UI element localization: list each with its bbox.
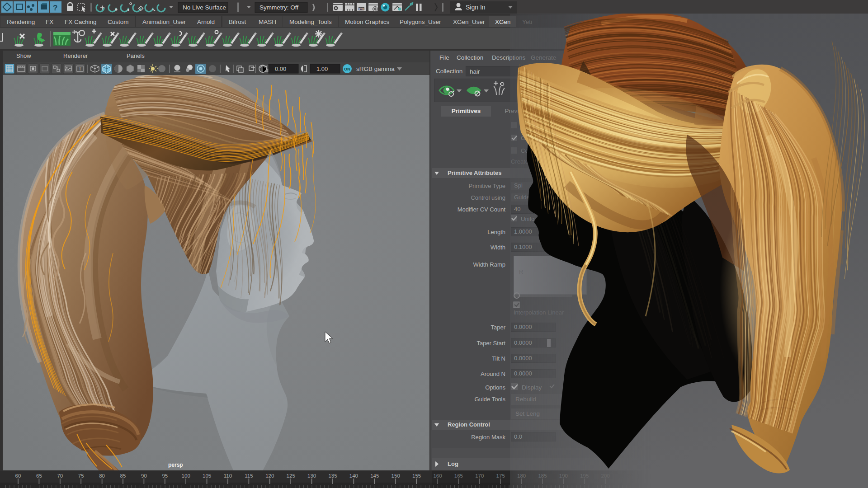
svg-text:IPR: IPR — [359, 7, 364, 10]
svg-text:150: 150 — [392, 473, 400, 479]
svg-text:Symmetry: Off: Symmetry: Off — [259, 4, 298, 11]
svg-text:135: 135 — [328, 473, 337, 479]
svg-text:130: 130 — [307, 473, 316, 479]
svg-text:?: ? — [53, 4, 57, 12]
svg-text:125: 125 — [287, 473, 295, 479]
svg-text:T: T — [79, 66, 81, 71]
svg-text:Sign In: Sign In — [466, 4, 486, 11]
svg-text:0.00: 0.00 — [275, 66, 286, 72]
svg-text:105: 105 — [203, 473, 211, 479]
svg-text:100: 100 — [182, 473, 190, 479]
svg-text:155: 155 — [412, 473, 421, 479]
svg-text:115: 115 — [245, 473, 253, 479]
svg-text:sRGB gamma: sRGB gamma — [356, 66, 395, 72]
svg-text:140: 140 — [349, 473, 358, 479]
svg-text:70: 70 — [57, 473, 63, 479]
svg-text:145: 145 — [370, 473, 379, 479]
svg-text:65: 65 — [36, 473, 42, 479]
svg-text:75: 75 — [78, 473, 84, 479]
svg-text:80: 80 — [99, 473, 105, 479]
svg-text:60: 60 — [15, 473, 21, 479]
svg-text:No Live Surface: No Live Surface — [183, 4, 226, 11]
svg-text:90: 90 — [141, 473, 147, 479]
svg-text:1.00: 1.00 — [316, 66, 328, 72]
svg-text:95: 95 — [162, 473, 168, 479]
svg-text:110: 110 — [224, 473, 232, 479]
svg-text:120: 120 — [265, 473, 274, 479]
svg-text:85: 85 — [120, 473, 126, 479]
svg-text:ON: ON — [344, 67, 350, 71]
